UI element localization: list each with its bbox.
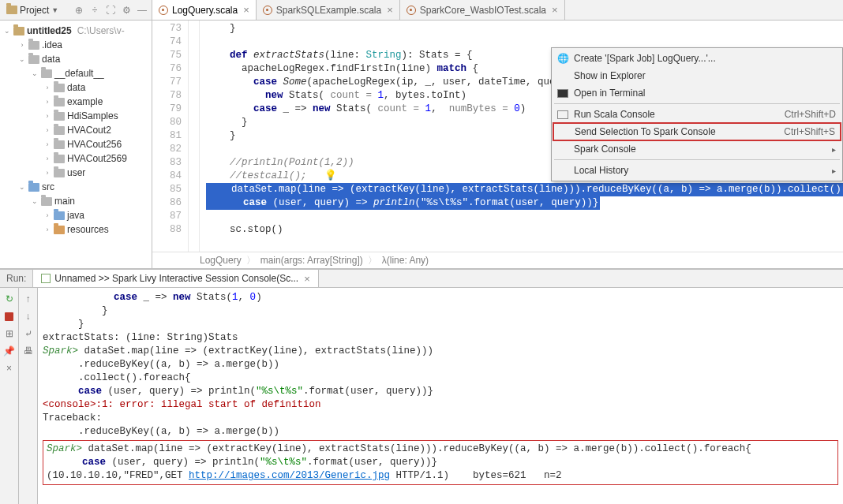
tree-item-data[interactable]: ›data — [0, 80, 152, 95]
close-icon[interactable]: × — [304, 273, 310, 285]
menu-item-create-spark-job-logquery[interactable]: 🌐Create '[Spark Job] LogQuery...'... — [553, 50, 841, 67]
chevron-right-icon[interactable]: › — [43, 211, 51, 219]
run-tab[interactable]: Unnamed >> Spark Livy Interactive Sessio… — [33, 270, 318, 287]
chevron-down-icon[interactable]: ⌄ — [31, 69, 39, 77]
editor-area: LogQuery.scala×SparkSQLExample.scala×Spa… — [152, 0, 843, 268]
code-breadcrumb[interactable]: LogQuery〉main(args: Array[String])〉λ(lin… — [152, 252, 843, 268]
code-line[interactable]: } — [206, 22, 843, 35]
collapse-icon[interactable]: ⊕ — [73, 4, 85, 17]
rerun-icon[interactable]: ↻ — [3, 293, 16, 305]
close-icon[interactable]: × — [387, 4, 393, 16]
tree-item-src[interactable]: ⌄src — [0, 180, 152, 194]
menu-item-spark-console[interactable]: Spark Console▸ — [553, 140, 841, 158]
run-primary-toolbar: ↻ ⊞ 📌 × — [0, 288, 19, 504]
console-line: } — [43, 304, 838, 318]
tab-sparksqlexample-scala[interactable]: SparkSQLExample.scala× — [257, 0, 400, 20]
chevron-right-icon[interactable]: › — [43, 126, 51, 134]
tree-item-resources[interactable]: ›resources — [0, 222, 152, 237]
menu-item-run-scala-console[interactable]: Run Scala ConsoleCtrl+Shift+D — [553, 106, 841, 123]
tree-label: user — [67, 167, 85, 178]
pin-icon[interactable]: 📌 — [3, 345, 16, 357]
chevron-down-icon: ▼ — [51, 6, 58, 14]
tree-label: example — [67, 96, 103, 107]
tree-label: data — [42, 54, 60, 65]
chevron-right-icon[interactable]: › — [43, 169, 51, 177]
folder-icon — [54, 211, 65, 220]
tree-item-hdisamples[interactable]: ›HdiSamples — [0, 109, 152, 123]
console-line: <console>:1: error: illegal start of def… — [43, 398, 838, 412]
tree-item-main[interactable]: ⌄main — [0, 194, 152, 208]
tree-item-hvacout2569[interactable]: ›HVACout2569 — [0, 151, 152, 166]
menu-item-open-in-terminal[interactable]: Open in Terminal — [553, 84, 841, 102]
tree-item-hvacout256[interactable]: ›HVACout256 — [0, 137, 152, 151]
menu-item-show-in-explorer[interactable]: Show in Explorer — [553, 67, 841, 84]
breadcrumb-item[interactable]: λ(line: Any) — [382, 255, 429, 266]
chevron-right-icon[interactable]: › — [18, 41, 26, 49]
up-icon[interactable]: ↑ — [22, 293, 35, 305]
console-output[interactable]: case _ => new Stats(1, 0) } }extractStat… — [38, 288, 843, 504]
wrap-icon[interactable]: ⤶ — [22, 327, 35, 340]
tree-label: resources — [67, 224, 109, 235]
tree-item-java[interactable]: ›java — [0, 208, 152, 222]
tree-item-user[interactable]: ›user — [0, 166, 152, 180]
chevron-down-icon[interactable]: ⌄ — [18, 55, 26, 63]
close-icon[interactable]: × — [3, 362, 16, 375]
console-line: extractStats: (line: String)Stats — [43, 331, 838, 345]
chevron-right-icon[interactable]: › — [43, 84, 51, 91]
run-tool-window: Run: Unnamed >> Spark Livy Interactive S… — [0, 269, 843, 504]
menu-label: Run Scala Console — [574, 109, 780, 120]
stop-icon[interactable] — [3, 310, 16, 323]
tree-item-data[interactable]: ⌄data — [0, 52, 152, 66]
project-dropdown[interactable]: Project ▼ — [3, 4, 62, 17]
tree-item--default-[interactable]: ⌄__default__ — [0, 66, 152, 80]
console-line: case _ => new Stats(1, 0) — [43, 291, 838, 304]
chevron-right-icon[interactable]: › — [43, 226, 51, 233]
chevron-right-icon[interactable]: › — [43, 112, 51, 120]
folder-icon — [28, 183, 39, 192]
expand-icon[interactable]: ⛶ — [104, 4, 117, 17]
code-line[interactable]: sc.stop() — [206, 223, 843, 237]
tab-logquery-scala[interactable]: LogQuery.scala× — [152, 0, 257, 20]
project-tree[interactable]: ⌄ untitled25 C:\Users\v- ›.idea⌄data⌄__d… — [0, 21, 152, 268]
layout-icon[interactable]: ⊞ — [3, 327, 16, 340]
code-line[interactable] — [206, 210, 843, 223]
folder-icon — [13, 27, 24, 35]
tree-item-hvacout2[interactable]: ›HVACout2 — [0, 123, 152, 137]
tree-label: src — [42, 181, 54, 192]
code-line[interactable]: dataSet.map(line => (extractKey(line), e… — [206, 183, 843, 196]
hide-icon[interactable]: — — [136, 4, 148, 17]
tab-label: LogQuery.scala — [172, 5, 238, 16]
breadcrumb-item[interactable]: main(args: Array[String]) — [260, 255, 363, 266]
close-icon[interactable]: × — [552, 4, 558, 16]
menu-item-local-history[interactable]: Local History▸ — [553, 162, 841, 179]
menu-label: Create '[Spark Job] LogQuery...'... — [574, 53, 836, 64]
divide-icon[interactable]: ÷ — [88, 4, 101, 17]
chevron-right-icon[interactable]: › — [43, 155, 51, 162]
tab-sparkcore-wasbiotest-scala[interactable]: SparkCore_WasbIOTest.scala× — [400, 0, 565, 20]
scala-file-icon — [407, 6, 416, 15]
print-icon[interactable]: 🖶 — [22, 345, 35, 357]
chevron-down-icon[interactable]: ⌄ — [18, 183, 26, 191]
tree-label: java — [67, 210, 84, 221]
chevron-down-icon[interactable]: ⌄ — [31, 197, 39, 205]
console-line: Traceback: — [43, 412, 838, 425]
close-icon[interactable]: × — [243, 4, 249, 16]
chevron-right-icon[interactable]: › — [43, 140, 51, 148]
tree-label: HVACout2569 — [67, 153, 127, 164]
chevron-right-icon[interactable]: › — [43, 98, 51, 106]
editor-tabs: LogQuery.scala×SparkSQLExample.scala×Spa… — [152, 0, 843, 21]
breadcrumb-item[interactable]: LogQuery — [200, 255, 242, 266]
down-icon[interactable]: ↓ — [22, 310, 35, 323]
console-icon — [41, 274, 51, 283]
chevron-right-icon: ▸ — [832, 145, 836, 154]
context-menu: 🌐Create '[Spark Job] LogQuery...'...Show… — [551, 47, 843, 181]
tree-item-example[interactable]: ›example — [0, 95, 152, 109]
code-line[interactable]: case (user, query) => println("%s\t%s".f… — [206, 196, 843, 210]
gear-icon[interactable]: ⚙ — [120, 4, 133, 17]
tree-label: HdiSamples — [67, 110, 118, 121]
chevron-down-icon[interactable]: ⌄ — [3, 27, 11, 35]
terminal-icon — [556, 87, 569, 99]
tree-root[interactable]: ⌄ untitled25 C:\Users\v- — [0, 24, 152, 38]
menu-item-send-selection-to-spark-console[interactable]: Send Selection To Spark ConsoleCtrl+Shif… — [553, 122, 841, 141]
tree-item--idea[interactable]: ›.idea — [0, 38, 152, 52]
